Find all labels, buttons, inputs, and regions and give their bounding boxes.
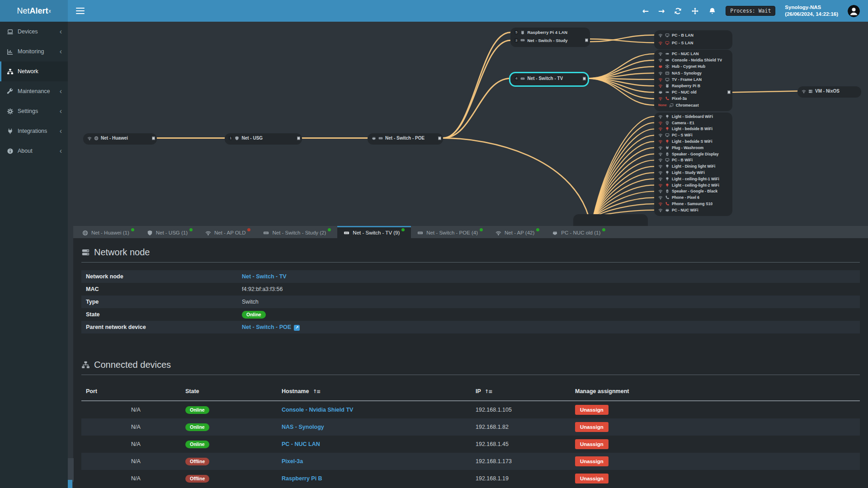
device-row-light-ceiling-light-1-wifi[interactable]: Light - ceiling-light-1 WiFi bbox=[654, 176, 732, 182]
bell-icon[interactable] bbox=[708, 7, 716, 15]
device-row-light-bedside-b-wifi[interactable]: Light - bedside B WiFi bbox=[654, 126, 732, 132]
nav-forward-button[interactable]: → bbox=[658, 7, 665, 15]
hostname-link[interactable]: PC - NUC LAN bbox=[282, 441, 320, 447]
unassign-button[interactable]: Unassign bbox=[575, 456, 609, 466]
sidebar-item-monitoring[interactable]: Monitoring‹ bbox=[0, 42, 68, 61]
device-row-plug-washroom[interactable]: Plug - Washroom bbox=[654, 145, 732, 151]
wifi-icon bbox=[658, 41, 663, 45]
app-logo[interactable]: NetAlertx bbox=[0, 0, 68, 22]
device-row-net-switch-tv[interactable]: 4Net - Switch - TV bbox=[510, 74, 588, 83]
column-header-hostname[interactable]: Hostname ↑≡ bbox=[277, 382, 471, 401]
device-row-light-ceiling-light-2-wifi[interactable]: Light - ceiling-light-2 WiFi bbox=[654, 182, 732, 188]
node-connector-handle[interactable] bbox=[438, 136, 441, 140]
sidebar-item-integrations[interactable]: Integrations‹ bbox=[0, 121, 68, 141]
device-row-pc-b-wifi[interactable]: PC - B WiFi bbox=[654, 157, 732, 164]
device-row-raspberry-pi-4-lan[interactable]: 5Raspberry Pi 4 LAN bbox=[510, 28, 590, 37]
scrollbar-thumb[interactable] bbox=[68, 458, 74, 482]
node-connector-handle[interactable] bbox=[152, 136, 155, 140]
hostname-link[interactable]: Raspberry Pi B bbox=[282, 475, 322, 482]
device-row-speaker-google-black[interactable]: Speaker - Google - Black bbox=[654, 188, 732, 195]
device-row-vm-nixos[interactable]: VM - NixOS bbox=[797, 87, 861, 95]
sort-icon[interactable]: ↑≡ bbox=[313, 389, 320, 394]
topology-node-study[interactable]: 5Raspberry Pi 4 LAN3Net - Switch - Study bbox=[510, 28, 590, 47]
hostname-link[interactable]: NAS - Synology bbox=[282, 424, 324, 430]
device-row-speaker-google-display[interactable]: Speaker - Google Display bbox=[654, 151, 732, 157]
tab-net-ap-42[interactable]: Net - AP (42) bbox=[489, 226, 546, 238]
device-row-camera-e1[interactable]: Camera - E1 bbox=[654, 120, 732, 126]
nav-back-button[interactable]: ← bbox=[642, 7, 649, 15]
device-row-light-sideboard-wifi[interactable]: Light - Sideboard WiFi bbox=[654, 113, 732, 120]
device-row-pc-b-lan[interactable]: PC - B LAN bbox=[654, 31, 732, 39]
unassign-button[interactable]: Unassign bbox=[575, 405, 609, 415]
device-row-pc-s-lan[interactable]: PC - S LAN bbox=[654, 39, 732, 47]
node-connector-handle[interactable] bbox=[585, 39, 588, 42]
device-row-pc-s-wifi[interactable]: PC - S WiFi bbox=[654, 132, 732, 138]
tab-net-ap-old[interactable]: Net - AP OLD bbox=[199, 226, 257, 238]
bulb-icon bbox=[665, 127, 670, 131]
tab-net-huawei-1[interactable]: Net - Huawei (1) bbox=[76, 226, 141, 238]
sidebar-toggle-button[interactable] bbox=[76, 6, 85, 16]
parent-node-link[interactable]: Net - Switch - POE bbox=[242, 324, 291, 330]
sort-icon[interactable]: ↑≡ bbox=[485, 389, 492, 394]
unassign-button[interactable]: Unassign bbox=[575, 439, 609, 449]
device-row-hub-cygnet-hub[interactable]: Hub - Cygnet Hub bbox=[654, 63, 732, 70]
device-row-tv-frame-lan[interactable]: TV - Frame LAN bbox=[654, 76, 732, 83]
tab-pc-nuc-old-1[interactable]: PC - NUC old (1) bbox=[546, 226, 612, 238]
sidebar-item-settings[interactable]: Settings‹ bbox=[0, 101, 68, 121]
topology-node-net-switch-poe[interactable]: Net - Switch - POE bbox=[368, 133, 443, 145]
node-connector-handle[interactable] bbox=[297, 136, 300, 140]
column-header-ip[interactable]: IP ↑≡ bbox=[471, 382, 571, 401]
sidebar-item-maintenance[interactable]: Maintenance‹ bbox=[0, 81, 68, 101]
move-icon[interactable] bbox=[691, 7, 699, 15]
device-row-phone-samsung-s10[interactable]: Phone - Samsung S10 bbox=[654, 201, 732, 207]
device-row-raspberry-pi-b[interactable]: Raspberry Pi B bbox=[654, 83, 732, 89]
topology-node-pcb[interactable]: PC - B LANPC - S LAN bbox=[654, 30, 732, 49]
topology-node-net-switch-tv[interactable]: 4Net - Switch - TV bbox=[509, 72, 589, 87]
device-row-net-switch-study[interactable]: 3Net - Switch - Study bbox=[510, 37, 590, 45]
refresh-icon[interactable] bbox=[674, 7, 682, 15]
hostname-link[interactable]: Console - Nvidia Shield TV bbox=[282, 407, 353, 413]
sidebar-item-about[interactable]: About‹ bbox=[0, 141, 68, 161]
device-row-console-nvidia-shield-tv[interactable]: Console - Nvidia Shield TV bbox=[654, 57, 732, 63]
device-row-pc-nuc-wifi[interactable]: PC - NUC WiFi bbox=[654, 207, 732, 213]
device-row-net-switch-poe[interactable]: Net - Switch - POE bbox=[368, 134, 443, 142]
tab-net-switch-study-2[interactable]: Net - Switch - Study (2) bbox=[257, 226, 337, 238]
node-connector-handle[interactable] bbox=[727, 91, 731, 94]
device-row-pc-nuc-lan[interactable]: PC - NUC LAN bbox=[654, 51, 732, 57]
device-row-pixel-3a[interactable]: Pixel-3a bbox=[654, 95, 732, 102]
sidebar-item-network[interactable]: Network bbox=[0, 61, 68, 81]
device-row-net-huawei[interactable]: Net - Huawei bbox=[83, 134, 157, 142]
device-row-pc-nuc-old[interactable]: PC - NUC old bbox=[654, 89, 732, 95]
device-label: Console - Nvidia Shield TV bbox=[672, 58, 722, 62]
tab-net-switch-poe-4[interactable]: Net - Switch - POE (4) bbox=[411, 226, 489, 238]
device-row-empty[interactable] bbox=[573, 215, 648, 223]
device-row-light-bedside-s-wifi[interactable]: Light - bedside S WiFi bbox=[654, 138, 732, 145]
node-link[interactable]: Net - Switch - TV bbox=[242, 273, 287, 280]
topology-node-vm-nixos[interactable]: VM - NixOS bbox=[797, 86, 861, 98]
tab-net-switch-tv-9[interactable]: Net - Switch - TV (9) bbox=[337, 226, 411, 238]
switch-icon bbox=[263, 230, 269, 236]
device-row-light-dining-light-wifi[interactable]: Light - Dining light WiFi bbox=[654, 163, 732, 169]
topology-node-ap[interactable] bbox=[573, 214, 648, 226]
wifi-icon bbox=[658, 77, 663, 82]
sidebar-item-devices[interactable]: Devices‹ bbox=[0, 22, 68, 42]
topology-node-tvkids[interactable]: PC - NUC LANConsole - Nvidia Shield TVHu… bbox=[654, 50, 732, 111]
tab-label: Net - Huawei (1) bbox=[91, 230, 129, 235]
node-connector-handle[interactable] bbox=[583, 77, 586, 80]
hostname-link[interactable]: Pixel-3a bbox=[282, 458, 303, 465]
topology-node-net-usg[interactable]: 1Net - USG bbox=[225, 133, 302, 145]
device-row-chromecast[interactable]: NoneChromecast bbox=[654, 102, 732, 108]
ip-cell: 192.168.1.82 bbox=[471, 418, 571, 436]
topology-node-net-huawei[interactable]: Net - Huawei bbox=[83, 133, 157, 145]
device-row-nas-synology[interactable]: NAS - Synology bbox=[654, 70, 732, 76]
device-row-net-usg[interactable]: 1Net - USG bbox=[225, 134, 302, 142]
tab-net-usg-1[interactable]: Net - USG (1) bbox=[141, 226, 199, 238]
device-row-light-study-wifi[interactable]: Light - Study WiFi bbox=[654, 169, 732, 176]
unassign-button[interactable]: Unassign bbox=[575, 422, 609, 432]
topology-edge bbox=[588, 54, 654, 78]
user-avatar[interactable] bbox=[848, 5, 860, 17]
external-link-icon[interactable]: ↗ bbox=[294, 325, 300, 331]
unassign-button[interactable]: Unassign bbox=[575, 474, 609, 483]
device-row-phone-pixel-6[interactable]: Phone - Pixel 6 bbox=[654, 194, 732, 201]
topology-node-lights[interactable]: Light - Sideboard WiFiCamera - E1Light -… bbox=[654, 113, 732, 216]
